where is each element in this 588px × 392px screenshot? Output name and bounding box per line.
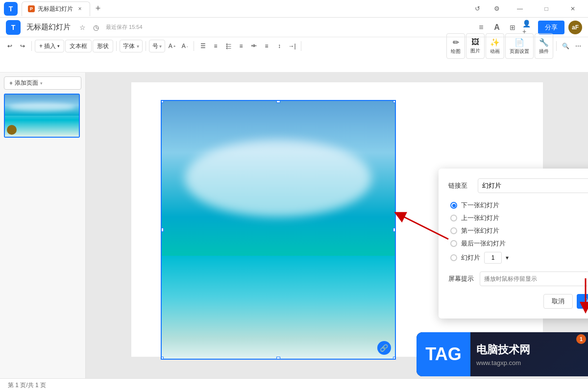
screen-hint-row: 屏幕提示 [448, 271, 588, 286]
radio-last[interactable] [450, 240, 457, 247]
align-center-btn[interactable]: ≡ [235, 40, 247, 52]
refresh-btn[interactable]: ↺ [469, 2, 485, 16]
menu-icons: ☆ ◷ 最近保存 15:54 [76, 22, 143, 33]
handle-mr[interactable] [393, 228, 396, 232]
tab-icon: P [28, 5, 35, 12]
font-increase-btn[interactable]: A+ [166, 40, 178, 52]
cancel-button[interactable]: 取消 [543, 294, 573, 309]
divider3 [146, 41, 146, 51]
handle-bl[interactable] [161, 357, 164, 360]
link-type-dropdown[interactable]: 幻灯片 ▾ [478, 178, 588, 193]
watermark-info: 电脑技术网 www.tagxp.com [470, 339, 588, 370]
slide-number-input[interactable] [484, 252, 502, 264]
new-tab-btn[interactable]: + [92, 3, 104, 15]
history-icon[interactable]: ◷ [90, 22, 102, 33]
watermark-badge: 1 [576, 334, 586, 344]
option-prev-slide[interactable]: 上一张幻灯片 [450, 214, 588, 222]
option-next-slide[interactable]: 下一张幻灯片 [450, 201, 588, 210]
page-setup-section[interactable]: 📄 页面设置 [505, 33, 534, 59]
watermark-tag: TAG [416, 332, 470, 376]
textbox-btn[interactable]: 文本框 [65, 40, 92, 52]
confirm-button[interactable]: 确定 [577, 294, 588, 309]
indent-more-btn[interactable]: →| [286, 40, 298, 52]
handle-tl[interactable] [161, 100, 164, 103]
beach-image [162, 101, 395, 359]
handle-bm[interactable] [276, 357, 280, 360]
divider2 [116, 41, 117, 51]
slide-item-1[interactable]: 1 [4, 94, 81, 138]
grid-icon[interactable]: ⊞ [507, 22, 518, 33]
slide-panel: + 添加页面 ▾ 1 [0, 73, 86, 378]
handle-ml[interactable] [161, 228, 164, 232]
list-unordered-btn[interactable]: ☰ [197, 40, 209, 52]
star-btn[interactable]: ☆ [76, 22, 88, 33]
search-btn[interactable]: 🔍 [560, 40, 571, 52]
title-bar-actions: ↺ ⚙ — □ ✕ [469, 0, 584, 18]
selected-image[interactable]: 🔗 [161, 100, 396, 360]
tab-close-btn[interactable]: × [76, 5, 84, 13]
image-section[interactable]: 🖼 图片 [466, 33, 485, 59]
status-bar: 第 1 页/共 1 页 [0, 378, 588, 392]
dialog-buttons: 取消 确定 [448, 294, 588, 309]
radio-first[interactable] [450, 227, 457, 234]
undo-btn[interactable]: ↩ [4, 40, 16, 52]
link-to-label: 链接至 [448, 181, 472, 190]
divider4 [194, 41, 194, 51]
animation-section[interactable]: ✨ 动画 [486, 33, 504, 59]
slide-thumbnail[interactable] [4, 94, 80, 138]
radio-next[interactable] [450, 202, 457, 209]
link-icon[interactable]: 🔗 [377, 341, 391, 355]
toolbar-row1: ↩ ↪ +插入▾ 文本框 形状 字体 ▾ 号 ▾ A+ A- ☰ ≡ ⬱ ≡ [0, 37, 588, 55]
align-left-btn[interactable]: ⬱ [222, 40, 234, 52]
active-tab[interactable]: P 无标题幻灯片 × [22, 1, 90, 16]
divider6 [556, 41, 557, 51]
screen-hint-input[interactable] [480, 271, 588, 286]
app-logo: T [4, 2, 18, 16]
handle-tr[interactable] [393, 100, 396, 103]
handle-br[interactable] [393, 357, 396, 360]
menu-bar-right: ≡ A ⊞ 👤+ 分享 aF [475, 21, 582, 34]
menu-logo: T [6, 20, 21, 35]
plugins-section[interactable]: 🔧 插件 [535, 33, 553, 59]
line-spacing-btn[interactable]: ↕ [273, 40, 285, 52]
screen-hint-label: 屏幕提示 [448, 274, 474, 283]
user-avatar[interactable]: aF [568, 21, 582, 34]
option-specific-slide[interactable]: 幻灯片 ▾ [450, 252, 588, 264]
page-info: 第 1 页/共 1 页 [8, 381, 46, 390]
more-btn[interactable]: ⋯ [572, 40, 584, 52]
watermark: TAG 电脑技术网 www.tagxp.com 1 [416, 332, 588, 376]
shapes-btn[interactable]: 形状 [93, 40, 113, 52]
slide-options: 下一张幻灯片 上一张幻灯片 第一张幻灯片 最后一张幻灯片 幻灯片 [450, 201, 588, 264]
font-decrease-btn[interactable]: A- [179, 40, 191, 52]
link-to-row: 链接至 幻灯片 ▾ [448, 178, 588, 193]
insert-btn[interactable]: +插入▾ [35, 40, 64, 52]
option-first-slide[interactable]: 第一张幻灯片 [450, 226, 588, 235]
link-dialog: 链接至 幻灯片 ▾ 下一张幻灯片 上一张幻灯片 第一张幻灯片 [439, 169, 588, 318]
water [162, 256, 395, 359]
align-justify-btn[interactable]: ≡ [261, 40, 272, 52]
minimize-btn[interactable]: — [509, 0, 531, 18]
drawing-section[interactable]: ✏ 绘图 [446, 33, 465, 59]
cloud [185, 140, 371, 217]
title-bar: T P 无标题幻灯片 × + ↺ ⚙ — □ ✕ [0, 0, 588, 18]
hamburger-icon[interactable]: ≡ [475, 22, 487, 33]
settings-btn[interactable]: ⚙ [489, 2, 505, 16]
add-page-button[interactable]: + 添加页面 ▾ [4, 76, 81, 90]
toolbar: ↩ ↪ +插入▾ 文本框 形状 字体 ▾ 号 ▾ A+ A- ☰ ≡ ⬱ ≡ [0, 37, 588, 73]
share-button[interactable]: 分享 [538, 21, 564, 34]
font-size-dropdown[interactable]: 号 ▾ [149, 40, 165, 52]
option-last-slide[interactable]: 最后一张幻灯片 [450, 239, 588, 248]
person-add-icon[interactable]: 👤+ [522, 22, 534, 33]
redo-btn[interactable]: ↪ [17, 40, 28, 52]
font-size-icon[interactable]: A [491, 22, 503, 33]
tab-title: 无标题幻灯片 [38, 5, 73, 13]
align-right-btn[interactable]: ⬲ [248, 40, 260, 52]
handle-tm[interactable] [276, 100, 280, 103]
list-ordered-btn[interactable]: ≡ [210, 40, 221, 52]
radio-prev[interactable] [450, 215, 457, 221]
maximize-btn[interactable]: □ [535, 0, 558, 18]
radio-specific[interactable] [450, 254, 457, 261]
font-selector[interactable]: 字体 ▾ [120, 40, 143, 52]
close-btn[interactable]: ✕ [562, 0, 584, 18]
save-info: 最近保存 15:54 [106, 24, 143, 31]
